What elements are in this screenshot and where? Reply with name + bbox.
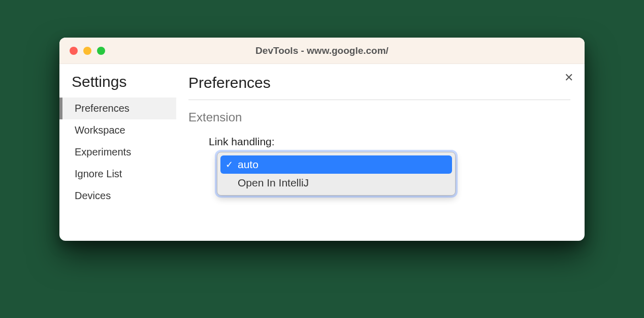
sidebar-item-preferences[interactable]: Preferences bbox=[59, 98, 176, 119]
maximize-window-button[interactable] bbox=[97, 47, 105, 55]
dropdown-option-label: Open In IntelliJ bbox=[238, 177, 447, 189]
sidebar-item-workspace[interactable]: Workspace bbox=[59, 119, 176, 141]
close-window-button[interactable] bbox=[70, 47, 78, 55]
sidebar-item-label: Ignore List bbox=[75, 168, 122, 179]
link-handling-label: Link handling: bbox=[209, 136, 570, 148]
main-panel: Preferences Extension Link handling: ✓ a… bbox=[176, 64, 585, 241]
settings-sidebar: Settings Preferences Workspace Experimen… bbox=[59, 64, 176, 241]
section-heading: Extension bbox=[188, 110, 570, 124]
traffic-lights bbox=[59, 47, 105, 55]
sidebar-item-experiments[interactable]: Experiments bbox=[59, 141, 176, 163]
close-icon[interactable]: ✕ bbox=[564, 72, 573, 83]
dropdown-option-auto[interactable]: ✓ auto bbox=[220, 155, 452, 174]
sidebar-heading: Settings bbox=[59, 73, 176, 98]
sidebar-item-label: Preferences bbox=[75, 103, 130, 114]
link-handling-dropdown[interactable]: ✓ auto Open In IntelliJ bbox=[217, 152, 456, 196]
window-title: DevTools - www.google.com/ bbox=[59, 45, 585, 56]
sidebar-item-label: Experiments bbox=[75, 146, 131, 157]
sidebar-item-label: Devices bbox=[75, 190, 111, 201]
sidebar-item-ignore-list[interactable]: Ignore List bbox=[59, 163, 176, 185]
content-area: ✕ Settings Preferences Workspace Experim… bbox=[59, 64, 585, 241]
devtools-window: DevTools - www.google.com/ ✕ Settings Pr… bbox=[59, 38, 585, 241]
titlebar: DevTools - www.google.com/ bbox=[59, 38, 585, 64]
check-icon: ✓ bbox=[226, 159, 238, 170]
dropdown-option-intellij[interactable]: Open In IntelliJ bbox=[220, 174, 452, 192]
sidebar-item-label: Workspace bbox=[75, 124, 125, 136]
dropdown-option-label: auto bbox=[238, 158, 447, 171]
page-title: Preferences bbox=[188, 74, 570, 100]
sidebar-item-devices[interactable]: Devices bbox=[59, 185, 176, 207]
minimize-window-button[interactable] bbox=[83, 47, 91, 55]
